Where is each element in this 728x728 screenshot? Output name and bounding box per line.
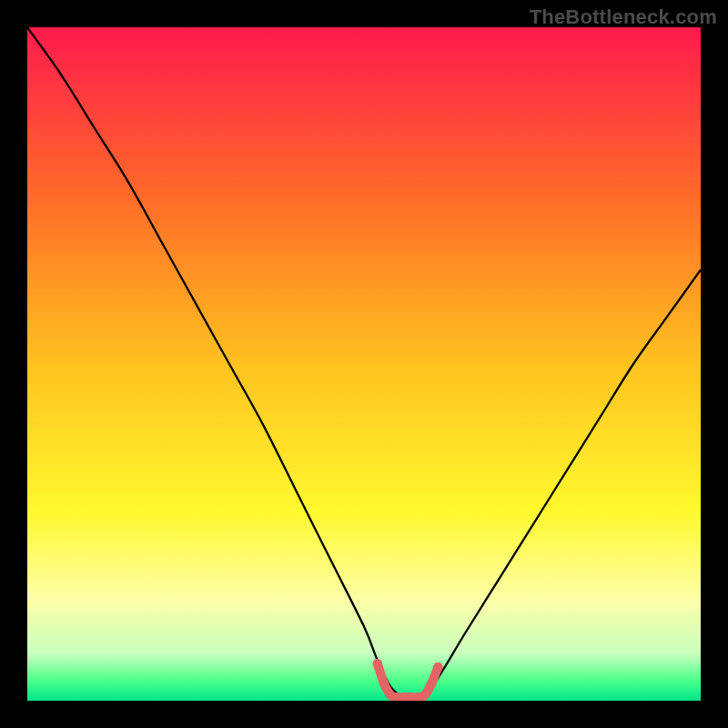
watermark-text: TheBottleneck.com [530,5,717,29]
valley-marker-dot [379,679,389,688]
chart-svg [27,27,701,701]
valley-marker-dot [433,662,442,672]
chart-plot-area [27,27,701,701]
gradient-background [27,27,701,701]
chart-frame: TheBottleneck.com [0,0,728,728]
valley-marker-dot [373,659,382,668]
valley-marker-dot [420,691,429,700]
valley-marker-dot [427,679,436,688]
